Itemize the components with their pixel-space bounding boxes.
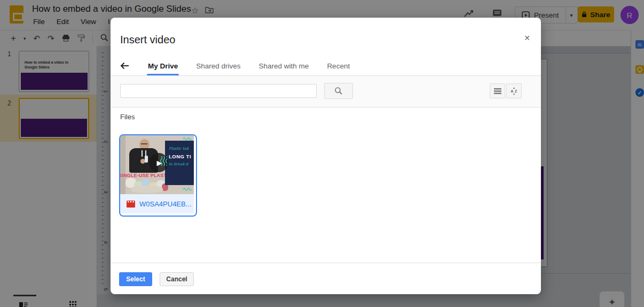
squiggle-icon bbox=[183, 136, 192, 141]
tab-shared-with-me[interactable]: Shared with me bbox=[258, 56, 310, 75]
thumbnail-text-panel: Plastic tak LONG TI to break d bbox=[165, 141, 194, 185]
select-button[interactable]: Select bbox=[119, 272, 152, 286]
video-file-icon bbox=[127, 201, 135, 208]
sort-az-icon: ▲A Z▼ bbox=[511, 87, 517, 95]
tab-recent[interactable]: Recent bbox=[326, 56, 351, 75]
file-card-footer: W0SA4PU4EB... bbox=[120, 194, 194, 213]
sort-button[interactable]: ▲A Z▼ bbox=[506, 83, 522, 98]
dialog-title: Insert video bbox=[120, 34, 175, 46]
search-icon bbox=[334, 87, 343, 95]
squiggle-icon bbox=[160, 156, 167, 167]
video-thumbnail: SINGLE-USE PLASTICS Plastic tak LONG TI … bbox=[120, 135, 194, 194]
list-view-button[interactable] bbox=[490, 83, 505, 98]
files-label: Files bbox=[120, 113, 135, 121]
squiggle-icon bbox=[183, 187, 192, 191]
file-name: W0SA4PU4EB... bbox=[139, 200, 192, 208]
cancel-button[interactable]: Cancel bbox=[160, 272, 194, 286]
video-file-card[interactable]: SINGLE-USE PLASTICS Plastic tak LONG TI … bbox=[119, 134, 197, 217]
google-slides-app: How to embed a video in Google Slides ☆ … bbox=[0, 0, 644, 307]
dialog-footer: Select Cancel bbox=[111, 263, 541, 294]
tab-shared-drives[interactable]: Shared drives bbox=[195, 56, 241, 75]
insert-video-dialog: Insert video ✕ My Drive Shared drives Sh… bbox=[111, 18, 541, 294]
search-button[interactable] bbox=[324, 83, 353, 99]
back-icon[interactable] bbox=[120, 62, 131, 70]
dialog-tab-bar: My Drive Shared drives Shared with me Re… bbox=[111, 56, 541, 76]
tab-my-drive[interactable]: My Drive bbox=[147, 56, 179, 75]
close-icon[interactable]: ✕ bbox=[522, 32, 532, 44]
search-section: ▲A Z▼ bbox=[111, 76, 541, 108]
search-input[interactable] bbox=[120, 84, 317, 98]
